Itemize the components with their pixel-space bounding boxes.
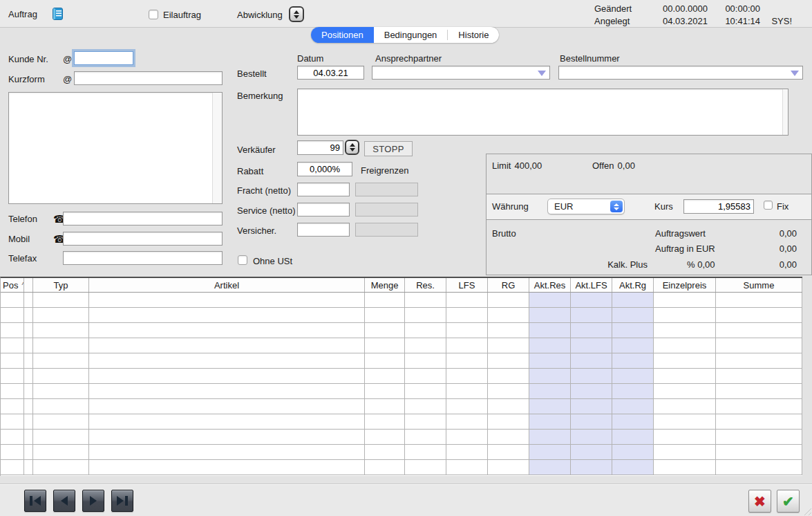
table-cell[interactable] xyxy=(405,323,446,338)
table-cell[interactable] xyxy=(571,308,612,323)
table-cell[interactable] xyxy=(654,338,716,353)
column-header-summe[interactable]: Summe xyxy=(716,278,802,292)
table-cell[interactable] xyxy=(612,414,654,430)
table-cell[interactable] xyxy=(716,308,802,323)
table-cell[interactable] xyxy=(446,414,488,430)
table-cell[interactable] xyxy=(89,369,365,384)
table-cell[interactable] xyxy=(488,338,529,353)
table-cell[interactable] xyxy=(1,445,24,460)
address-scrollbar[interactable] xyxy=(212,93,222,203)
table-cell[interactable] xyxy=(529,384,571,399)
table-cell[interactable] xyxy=(24,308,33,323)
table-cell[interactable] xyxy=(446,445,488,460)
table-cell[interactable] xyxy=(365,293,405,308)
table-cell[interactable] xyxy=(571,338,612,353)
stopp-button[interactable]: STOPP xyxy=(364,141,413,156)
table-cell[interactable] xyxy=(716,460,802,475)
table-cell[interactable] xyxy=(488,460,529,475)
table-cell[interactable] xyxy=(446,369,488,384)
table-cell[interactable] xyxy=(571,369,612,384)
table-cell[interactable] xyxy=(529,338,571,353)
table-cell[interactable] xyxy=(654,460,716,475)
table-cell[interactable] xyxy=(33,414,89,430)
fracht-input[interactable] xyxy=(297,183,350,196)
table-cell[interactable] xyxy=(571,460,612,475)
table-cell[interactable] xyxy=(405,293,446,308)
table-cell[interactable] xyxy=(1,353,24,369)
table-cell[interactable] xyxy=(1,399,24,414)
table-cell[interactable] xyxy=(365,414,405,430)
table-cell[interactable] xyxy=(654,353,716,369)
table-cell[interactable] xyxy=(716,414,802,430)
table-cell[interactable] xyxy=(571,384,612,399)
table-cell[interactable] xyxy=(33,445,89,460)
datum-input[interactable] xyxy=(297,66,364,80)
table-cell[interactable] xyxy=(24,384,33,399)
tab-bedingungen[interactable]: Bedingungen xyxy=(374,27,448,43)
table-cell[interactable] xyxy=(571,293,612,308)
table-cell[interactable] xyxy=(612,308,654,323)
table-row[interactable] xyxy=(1,414,802,430)
table-cell[interactable] xyxy=(654,430,716,445)
table-cell[interactable] xyxy=(1,293,24,308)
table-cell[interactable] xyxy=(365,445,405,460)
versicherung-input[interactable] xyxy=(297,223,350,237)
bemerkung-scrollbar[interactable] xyxy=(782,89,788,135)
column-header-aktlfs[interactable]: Akt.LFS xyxy=(571,278,612,292)
table-cell[interactable] xyxy=(446,430,488,445)
table-cell[interactable] xyxy=(89,430,365,445)
table-cell[interactable] xyxy=(488,323,529,338)
customer-address-textarea[interactable] xyxy=(9,93,212,203)
table-cell[interactable] xyxy=(1,338,24,353)
table-row[interactable] xyxy=(1,353,802,369)
table-cell[interactable] xyxy=(529,414,571,430)
nav-last-button[interactable] xyxy=(111,490,133,512)
service-input[interactable] xyxy=(297,203,350,216)
table-cell[interactable] xyxy=(446,384,488,399)
table-cell[interactable] xyxy=(33,308,89,323)
table-cell[interactable] xyxy=(612,384,654,399)
table-row[interactable] xyxy=(1,308,802,323)
table-cell[interactable] xyxy=(89,414,365,430)
table-cell[interactable] xyxy=(89,323,365,338)
kurs-input[interactable] xyxy=(683,199,754,214)
table-cell[interactable] xyxy=(716,369,802,384)
table-row[interactable] xyxy=(1,323,802,338)
table-cell[interactable] xyxy=(405,338,446,353)
table-cell[interactable] xyxy=(654,445,716,460)
column-header-res[interactable]: Res. xyxy=(405,278,446,292)
table-cell[interactable] xyxy=(716,384,802,399)
table-row[interactable] xyxy=(1,384,802,399)
table-cell[interactable] xyxy=(612,353,654,369)
table-cell[interactable] xyxy=(529,445,571,460)
table-cell[interactable] xyxy=(654,323,716,338)
table-cell[interactable] xyxy=(24,399,33,414)
confirm-button[interactable]: ✔ xyxy=(777,490,800,513)
order-document-icon[interactable] xyxy=(53,8,63,20)
table-cell[interactable] xyxy=(716,353,802,369)
table-cell[interactable] xyxy=(716,293,802,308)
table-cell[interactable] xyxy=(365,430,405,445)
fix-checkbox[interactable] xyxy=(764,201,773,210)
table-cell[interactable] xyxy=(446,323,488,338)
table-cell[interactable] xyxy=(612,399,654,414)
table-cell[interactable] xyxy=(33,460,89,475)
table-cell[interactable] xyxy=(33,293,89,308)
table-row[interactable] xyxy=(1,338,802,353)
tab-positionen[interactable]: Positionen xyxy=(311,27,374,43)
table-cell[interactable] xyxy=(529,308,571,323)
verkaeufer-stepper[interactable] xyxy=(345,140,359,155)
table-cell[interactable] xyxy=(612,293,654,308)
column-header-einzelpreis[interactable]: Einzelpreis xyxy=(654,278,716,292)
table-cell[interactable] xyxy=(446,353,488,369)
nav-first-button[interactable] xyxy=(24,490,46,512)
table-cell[interactable] xyxy=(1,308,24,323)
table-cell[interactable] xyxy=(488,369,529,384)
table-cell[interactable] xyxy=(488,293,529,308)
table-cell[interactable] xyxy=(1,430,24,445)
table-cell[interactable] xyxy=(1,384,24,399)
table-cell[interactable] xyxy=(24,338,33,353)
table-cell[interactable] xyxy=(654,293,716,308)
table-cell[interactable] xyxy=(89,399,365,414)
table-cell[interactable] xyxy=(89,293,365,308)
